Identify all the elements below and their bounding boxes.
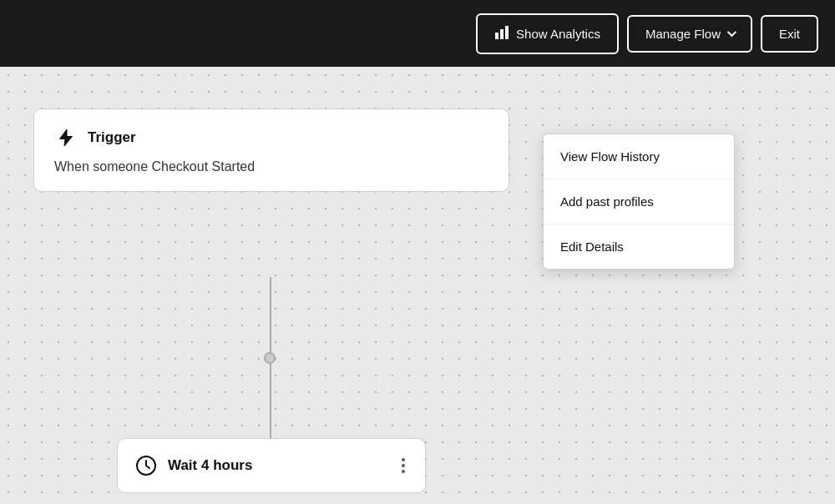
trigger-header: Trigger bbox=[54, 126, 488, 149]
manage-flow-button[interactable]: Manage Flow bbox=[627, 15, 752, 53]
lightning-icon bbox=[54, 126, 78, 149]
wait-left: Wait 4 hours bbox=[134, 454, 252, 477]
svg-rect-0 bbox=[495, 33, 498, 39]
dropdown-item-edit-details[interactable]: Edit Details bbox=[544, 224, 734, 269]
svg-rect-2 bbox=[505, 26, 509, 39]
more-options-button[interactable] bbox=[398, 455, 408, 476]
trigger-description: When someone Checkout Started bbox=[54, 159, 488, 174]
exit-label: Exit bbox=[779, 27, 800, 41]
dot3 bbox=[402, 470, 405, 473]
trigger-title: Trigger bbox=[88, 129, 136, 146]
manage-flow-label: Manage Flow bbox=[645, 27, 721, 41]
show-analytics-button[interactable]: Show Analytics bbox=[476, 13, 619, 54]
svg-rect-1 bbox=[500, 29, 504, 39]
trigger-node[interactable]: Trigger When someone Checkout Started bbox=[33, 108, 509, 192]
clock-icon bbox=[134, 454, 158, 477]
connector-dot bbox=[264, 352, 276, 364]
dot2 bbox=[402, 464, 405, 467]
analytics-icon bbox=[494, 25, 509, 43]
header: Show Analytics Manage Flow Exit bbox=[0, 0, 835, 67]
dot1 bbox=[402, 458, 405, 461]
show-analytics-label: Show Analytics bbox=[516, 27, 600, 41]
flow-canvas: Trigger When someone Checkout Started Wa… bbox=[0, 67, 835, 504]
wait-title: Wait 4 hours bbox=[168, 457, 252, 474]
exit-button[interactable]: Exit bbox=[761, 15, 818, 53]
dropdown-item-add-past-profiles[interactable]: Add past profiles bbox=[544, 179, 734, 224]
manage-flow-dropdown: View Flow History Add past profiles Edit… bbox=[543, 134, 735, 270]
wait-node[interactable]: Wait 4 hours bbox=[117, 438, 426, 493]
dropdown-item-view-flow-history[interactable]: View Flow History bbox=[544, 134, 734, 179]
chevron-down-icon bbox=[727, 28, 736, 37]
